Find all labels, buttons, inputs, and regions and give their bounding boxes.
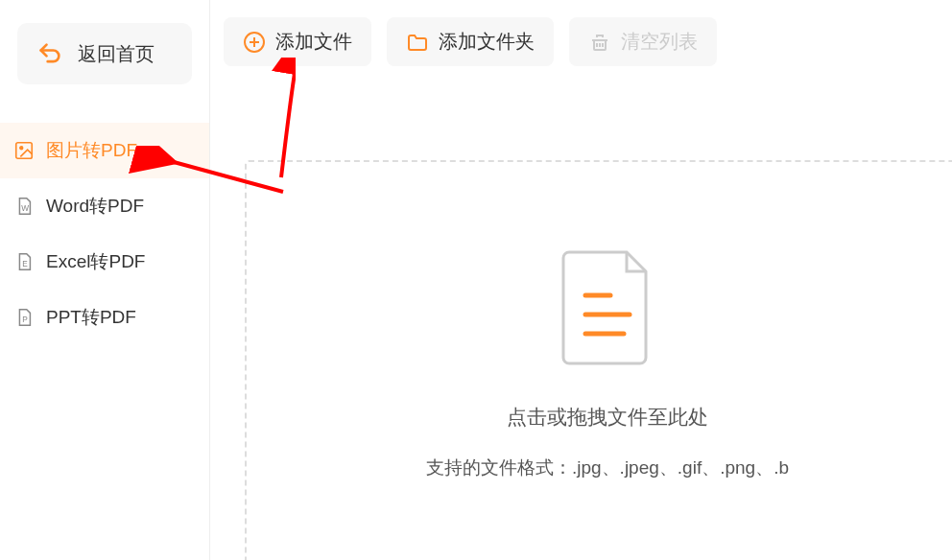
back-label: 返回首页	[78, 41, 155, 67]
ppt-icon: P	[13, 307, 35, 328]
clear-icon	[588, 31, 611, 54]
back-button[interactable]: 返回首页	[17, 23, 192, 84]
toolbar: 添加文件 添加文件夹 清空列表	[210, 0, 952, 83]
add-folder-button[interactable]: 添加文件夹	[387, 17, 554, 66]
back-arrow-icon	[36, 40, 63, 67]
sidebar-item-excel-to-pdf[interactable]: E Excel转PDF	[0, 234, 209, 290]
plus-circle-icon	[243, 31, 266, 54]
sidebar-item-word-to-pdf[interactable]: W Word转PDF	[0, 178, 209, 234]
sidebar-item-ppt-to-pdf[interactable]: P PPT转PDF	[0, 290, 209, 345]
main-area: 添加文件 添加文件夹 清空列表 点击或拖拽文件至此处 支持的文件格式：.jpg、…	[210, 0, 952, 560]
dropzone[interactable]: 点击或拖拽文件至此处 支持的文件格式：.jpg、.jpeg、.gif、.png、…	[245, 160, 952, 560]
excel-icon: E	[13, 251, 35, 272]
clear-list-button[interactable]: 清空列表	[569, 17, 717, 66]
sidebar-item-label: 图片转PDF	[46, 138, 137, 163]
clear-list-label: 清空列表	[621, 29, 698, 55]
word-icon: W	[13, 196, 35, 217]
svg-text:P: P	[22, 315, 28, 324]
svg-text:W: W	[21, 204, 29, 213]
add-file-button[interactable]: 添加文件	[224, 17, 371, 66]
file-illustration-icon	[555, 243, 660, 367]
image-icon	[13, 140, 35, 161]
sidebar-item-label: PPT转PDF	[46, 305, 136, 330]
add-folder-label: 添加文件夹	[439, 29, 535, 55]
folder-icon	[406, 31, 429, 54]
add-file-label: 添加文件	[275, 29, 352, 55]
sidebar-item-label: Word转PDF	[46, 194, 144, 219]
sidebar-item-label: Excel转PDF	[46, 249, 145, 274]
dropzone-hint: 点击或拖拽文件至此处	[507, 404, 708, 431]
dropzone-formats: 支持的文件格式：.jpg、.jpeg、.gif、.png、.b	[426, 455, 789, 480]
svg-rect-0	[16, 143, 33, 159]
sidebar-item-image-to-pdf[interactable]: 图片转PDF	[0, 123, 209, 178]
svg-point-1	[20, 147, 23, 150]
svg-text:E: E	[22, 260, 28, 268]
sidebar: 返回首页 图片转PDF W Word转PDF E Excel转PDF P PPT…	[0, 0, 210, 560]
